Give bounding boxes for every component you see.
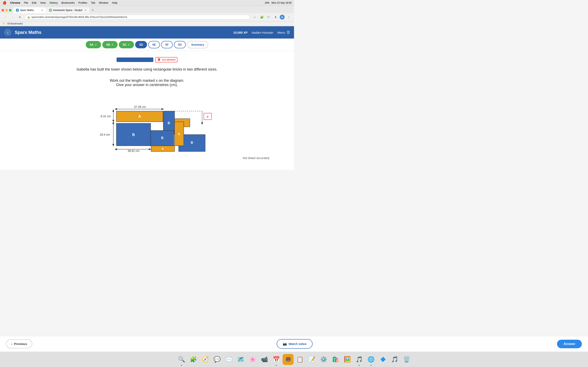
tab-5g[interactable]: 5G: [174, 41, 186, 48]
brick-b-bottom-right-label: B: [191, 141, 193, 144]
calculator-not-allowed-badge: 🖩 not allowed: [155, 57, 177, 62]
tab-close-homework[interactable]: ✕: [84, 8, 87, 12]
tab-summary-label: Summary: [191, 43, 204, 46]
not-allowed-text: not allowed: [162, 58, 175, 61]
tab-5a-check-icon: ✓: [95, 43, 97, 46]
tab-bar: S Sparx Maths ✕ H Homework Space - Study…: [0, 6, 294, 13]
question-give-answer: Give your answer in centimetres (cm).: [116, 83, 178, 87]
tab-title-sparx: Sparx Maths: [20, 9, 39, 12]
hamburger-icon: ☰: [287, 30, 290, 35]
question-work-out: Work out the length marked x on the diag…: [110, 78, 184, 83]
forward-button[interactable]: ›: [10, 14, 16, 20]
browser-nav-bar: ‹ › ↻ 🔒 sparxmaths.uk/student/package/67…: [0, 13, 294, 21]
xp-display: 10,585 XP: [233, 31, 248, 34]
profiles-menu[interactable]: Profiles: [78, 1, 87, 4]
tab-5d-label: 5D: [139, 43, 143, 46]
tab-homework-space[interactable]: H Homework Space - StudyX ✕: [47, 7, 89, 13]
new-tab-button[interactable]: +: [90, 7, 95, 13]
dim-36-81-label: 36.81 cm: [128, 149, 139, 152]
not-allowed-inner: 🖩 not allowed: [117, 57, 177, 62]
url-bar[interactable]: 🔒 sparxmaths.uk/student/package/6782e18b…: [25, 15, 250, 20]
tab-5c-label: 5C: [123, 43, 127, 46]
download-icon[interactable]: ⬇: [273, 14, 278, 20]
calculator-status-bar: 🖩 not allowed: [12, 57, 282, 62]
battery-status: 19%: [265, 1, 269, 4]
history-menu[interactable]: History: [49, 1, 58, 4]
task-tab-nav: 5A ✓ 5B ✓ 5C ✓ 5D 5E 5F 5G Summary: [0, 39, 294, 51]
back-button[interactable]: ‹: [2, 14, 8, 20]
menubar-right: 19% Mon 23 Sep 18:50: [265, 1, 292, 4]
dim-37-39-label: 37.39 cm: [134, 105, 146, 108]
extensions-icon[interactable]: 🧩: [259, 14, 265, 20]
help-menu[interactable]: Help: [112, 1, 118, 4]
dim-6-31-label: 6.31 cm: [101, 115, 111, 118]
bookmark-icon[interactable]: ☆: [252, 14, 258, 20]
minimize-window-btn[interactable]: [5, 9, 8, 11]
question-line1: Isabella has built the tower shown below…: [12, 67, 282, 72]
browser-toolbar-icons: ☆ 🧩 🛡 ⬇ A ⋮: [252, 14, 292, 20]
progress-bar: [117, 58, 153, 62]
close-window-btn[interactable]: [2, 9, 4, 11]
brick-a-top-label: A: [138, 114, 141, 118]
dim-18-4-label: 18.4 cm: [100, 133, 110, 136]
maximize-window-btn[interactable]: [9, 9, 11, 11]
view-menu[interactable]: View: [40, 1, 46, 4]
file-menu[interactable]: File: [24, 1, 28, 4]
tab-5g-label: 5G: [178, 43, 182, 46]
not-drawn-note: Not drawn accurately: [12, 156, 282, 160]
brick-b-top-right-label: B: [168, 121, 170, 125]
tab-5e-label: 5E: [152, 43, 156, 46]
tab-5f-label: 5F: [165, 43, 168, 46]
calculator-icon: 🖩: [157, 58, 161, 62]
menu-label: Menu: [277, 31, 285, 34]
question-line2: Work out the length marked x on the diag…: [12, 78, 282, 87]
bookmarks-menu[interactable]: Bookmarks: [61, 1, 75, 4]
window-menu[interactable]: Window: [99, 1, 108, 4]
tab-summary[interactable]: Summary: [187, 41, 208, 48]
shield-icon[interactable]: 🛡: [266, 14, 272, 20]
apple-menu[interactable]: 🍎: [2, 1, 7, 5]
tab-favicon-homework: H: [49, 9, 52, 12]
tab-5a-label: 5A: [90, 43, 94, 46]
tab-5f[interactable]: 5F: [161, 41, 173, 48]
diagram-svg: 37.39 cm 6.31 cm A 18.4 cm B 36.81 cm: [82, 95, 212, 152]
diagram-container: 37.39 cm 6.31 cm A 18.4 cm B 36.81 cm: [12, 95, 282, 152]
tab-menu[interactable]: Tab: [91, 1, 95, 4]
tab-5c-check-icon: ✓: [128, 43, 130, 46]
tab-5b-label: 5B: [106, 43, 110, 46]
reload-button[interactable]: ↻: [17, 14, 23, 20]
menu-button[interactable]: Menu ☰: [277, 30, 290, 35]
lock-icon: 🔒: [27, 16, 30, 18]
tab-close-sparx[interactable]: ✕: [40, 8, 44, 12]
more-menu-icon[interactable]: ⋮: [286, 14, 292, 20]
edit-menu[interactable]: Edit: [32, 1, 36, 4]
browser-chrome: S Sparx Maths ✕ H Homework Space - Study…: [0, 6, 294, 26]
tab-sparx-maths[interactable]: S Sparx Maths ✕: [13, 7, 46, 13]
tab-5c[interactable]: 5C ✓: [119, 41, 134, 48]
url-text: sparxmaths.uk/student/package/6782e18b-8…: [31, 16, 248, 18]
bookmarks-folder-icon: 📁: [2, 22, 6, 25]
tab-5a[interactable]: 5A ✓: [86, 41, 101, 48]
tab-5d[interactable]: 5D: [135, 41, 147, 48]
brick-a-bottom-mid-label: A: [162, 147, 164, 150]
tab-title-homework: Homework Space - StudyX: [53, 9, 82, 12]
bookmarks-all-label[interactable]: All Bookmarks: [7, 22, 23, 25]
app-header: ‹ Sparx Maths 10,585 XP Aadam Hussain Me…: [0, 26, 294, 39]
brick-b-middle-label: B: [161, 136, 164, 140]
main-content: 🖩 not allowed Isabella has built the tow…: [0, 51, 294, 170]
app-logo: Sparx Maths: [15, 30, 233, 35]
bookmarks-bar: 📁 All Bookmarks: [0, 21, 294, 26]
brick-b-left-label: B: [132, 133, 135, 137]
profile-avatar[interactable]: A: [280, 15, 285, 20]
tab-5e[interactable]: 5E: [148, 41, 160, 48]
x-variable-label: x: [207, 115, 209, 118]
clock: Mon 23 Sep 18:50: [272, 1, 292, 4]
mac-menubar: 🍎 Chrome File Edit View History Bookmark…: [0, 0, 294, 6]
tab-favicon-sparx: S: [16, 9, 19, 12]
header-back-button[interactable]: ‹: [4, 29, 11, 36]
chrome-menu[interactable]: Chrome: [10, 1, 20, 4]
tab-5b-check-icon: ✓: [111, 43, 113, 46]
user-name: Aadam Hussain: [252, 31, 273, 34]
header-right: 10,585 XP Aadam Hussain Menu ☰: [233, 30, 290, 35]
tab-5b[interactable]: 5B ✓: [102, 41, 118, 48]
